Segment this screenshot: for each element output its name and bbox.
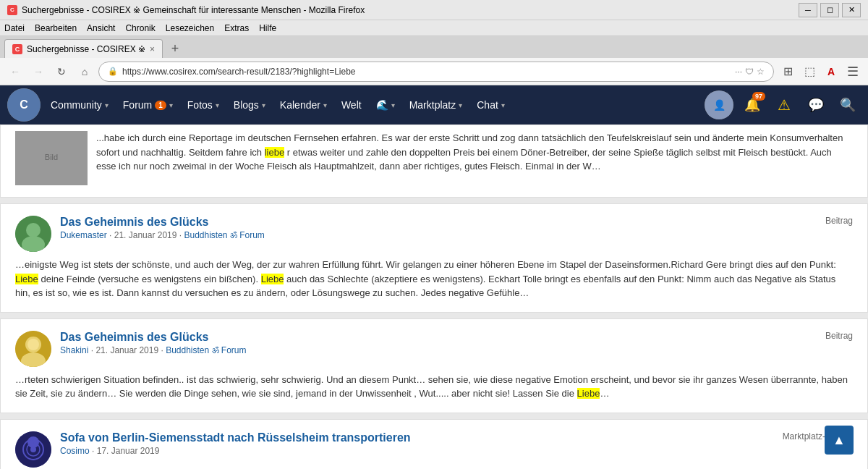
menu-hilfe[interactable]: Hilfe — [259, 23, 276, 33]
warning-button[interactable]: ⚠ — [771, 92, 797, 118]
result-info: Shakini · 21. Januar 2019 · Buddhisten ॐ… — [60, 345, 817, 355]
browser-titlebar: C Suchergebnisse - COSIREX ※ Gemeinschaf… — [0, 0, 868, 20]
result-title[interactable]: Das Geheimnis des Glücks — [60, 331, 208, 343]
avatar — [15, 216, 51, 252]
nav-wave-label: 🌊 — [376, 99, 388, 111]
browser-addressbar: ← → ↻ ⌂ 🔒 https://www.cosirex.com/search… — [0, 58, 868, 85]
active-tab[interactable]: C Suchergebnisse - COSIREX ※ × — [4, 39, 163, 58]
result-item: Sofa von Berlin-Siemensstadt nach Rüssel… — [0, 419, 868, 470]
result-meta: Das Geheimnis des Glücks Dukemaster · 21… — [60, 216, 817, 240]
site-navbar: C Community ▾ Forum 1 ▾ Fotos ▾ Blogs ▾ … — [0, 85, 868, 124]
nav-welt-label: Welt — [341, 99, 362, 111]
result-title[interactable]: Sofa von Berlin-Siemensstadt nach Rüssel… — [60, 431, 411, 444]
result-item: Das Geheimnis des Glücks Shakini · 21. J… — [0, 318, 868, 413]
messages-button[interactable]: 💬 — [803, 92, 829, 118]
nav-blogs[interactable]: Blogs ▾ — [226, 85, 273, 124]
nav-forum-chevron: ▾ — [169, 101, 173, 109]
svg-text:Bild: Bild — [45, 153, 58, 161]
security-icon: 🔒 — [108, 67, 118, 76]
menu-datei[interactable]: Datei — [4, 23, 25, 33]
partial-result-text: ...habe ich durch eine Reportage im deut… — [96, 131, 853, 185]
result-type: Beitrag — [825, 216, 853, 226]
svg-text:C: C — [20, 98, 28, 111]
synced-tabs-icon[interactable]: ⬚ — [800, 62, 819, 81]
window-controls[interactable]: ─ ◻ ✕ — [799, 3, 861, 17]
result-author[interactable]: Shakini — [60, 345, 88, 355]
nav-blogs-chevron: ▾ — [262, 101, 265, 109]
nav-welt[interactable]: Welt — [334, 85, 369, 124]
site-logo[interactable]: C — [7, 88, 41, 122]
nav-fotos-chevron: ▾ — [216, 101, 219, 109]
partial-highlight: liebe — [265, 147, 284, 158]
result-title[interactable]: Das Geheimnis des Glücks — [60, 216, 208, 228]
result-forum[interactable]: Buddhisten ॐ Forum — [184, 230, 264, 240]
nav-kalender-label: Kalender — [280, 99, 320, 111]
result-author[interactable]: Dukemaster — [60, 230, 107, 240]
notification-badge: 97 — [752, 92, 765, 101]
shield-icon: 🛡 — [745, 67, 754, 77]
notifications-button[interactable]: 🔔 97 — [739, 92, 765, 118]
back-to-top-button[interactable]: ▲ — [825, 426, 854, 455]
library-icon[interactable]: ⊞ — [778, 62, 797, 81]
maximize-button[interactable]: ◻ — [820, 3, 839, 17]
forward-button[interactable]: → — [29, 62, 48, 81]
message-icon: 💬 — [808, 97, 824, 113]
result-info: Cosimo · 17. Januar 2019 — [60, 446, 774, 456]
address-icons: ··· 🛡 ☆ — [735, 67, 765, 77]
new-tab-button[interactable]: + — [166, 39, 184, 58]
more-options-icon: ··· — [735, 67, 742, 77]
search-button[interactable]: 🔍 — [835, 92, 861, 118]
reload-button[interactable]: ↻ — [52, 62, 71, 81]
result-header: Sofa von Berlin-Siemensstadt nach Rüssel… — [15, 431, 853, 468]
partial-result-image: Bild — [15, 131, 88, 185]
tab-close[interactable]: × — [150, 44, 155, 54]
close-button[interactable]: ✕ — [842, 3, 861, 17]
nav-marktplatz-chevron: ▾ — [459, 101, 462, 109]
page-favicon: C — [7, 5, 17, 15]
nav-chat-label: Chat — [477, 99, 498, 111]
nav-wave[interactable]: 🌊 ▾ — [369, 85, 402, 124]
nav-forum[interactable]: Forum 1 ▾ — [116, 85, 180, 124]
partial-text-content: ...habe ich durch eine Reportage im deut… — [96, 131, 853, 174]
user-avatar[interactable]: 👤 — [705, 90, 733, 119]
address-bar[interactable]: 🔒 https://www.cosirex.com/search-result/… — [98, 62, 774, 82]
result-date: 21. Januar 2019 — [95, 345, 158, 355]
nav-fotos[interactable]: Fotos ▾ — [180, 85, 226, 124]
nav-kalender[interactable]: Kalender ▾ — [273, 85, 334, 124]
result-forum[interactable]: Buddhisten ॐ Forum — [166, 345, 246, 355]
menu-ansicht[interactable]: Ansicht — [87, 23, 115, 33]
result-header: Das Geheimnis des Glücks Dukemaster · 21… — [15, 216, 853, 252]
menu-icon[interactable]: ☰ — [843, 62, 862, 81]
forum-badge: 1 — [155, 101, 166, 110]
home-button[interactable]: ⌂ — [75, 62, 94, 81]
nav-chat-chevron: ▾ — [501, 101, 505, 109]
nav-marktplatz[interactable]: Marktplatz ▾ — [402, 85, 470, 124]
nav-fotos-label: Fotos — [187, 99, 213, 111]
back-to-top-icon: ▲ — [833, 433, 846, 448]
svg-point-12 — [27, 339, 39, 350]
menu-chronik[interactable]: Chronik — [125, 23, 155, 33]
result-meta: Das Geheimnis des Glücks Shakini · 21. J… — [60, 331, 817, 355]
avatar — [15, 331, 51, 367]
menu-bearbeiten[interactable]: Bearbeiten — [35, 23, 77, 33]
result-date: 21. Januar 2019 — [114, 230, 177, 240]
nav-marktplatz-label: Marktplatz — [409, 99, 456, 111]
partial-result: Bild ...habe ich durch eine Reportage im… — [0, 124, 868, 198]
nav-wave-chevron: ▾ — [391, 101, 395, 109]
back-button[interactable]: ← — [6, 62, 25, 81]
menu-lesezeichen[interactable]: Lesezeichen — [166, 23, 214, 33]
svg-point-7 — [26, 223, 41, 237]
browser-menubar: Datei Bearbeiten Ansicht Chronik Lesezei… — [0, 20, 868, 36]
minimize-button[interactable]: ─ — [799, 3, 817, 17]
navbar-right: 👤 🔔 97 ⚠ 💬 🔍 — [705, 90, 861, 119]
page-content: Bild ...habe ich durch eine Reportage im… — [0, 124, 868, 469]
result-header: Das Geheimnis des Glücks Shakini · 21. J… — [15, 331, 853, 367]
nav-community[interactable]: Community ▾ — [43, 85, 116, 124]
svg-point-17 — [30, 447, 36, 452]
menu-extras[interactable]: Extras — [224, 23, 249, 33]
pdf-icon[interactable]: A — [822, 62, 841, 81]
nav-chat[interactable]: Chat ▾ — [469, 85, 512, 124]
tab-label: Suchergebnisse - COSIREX ※ — [27, 44, 145, 54]
result-author[interactable]: Cosimo — [60, 446, 90, 456]
svg-text:👤: 👤 — [713, 99, 726, 111]
